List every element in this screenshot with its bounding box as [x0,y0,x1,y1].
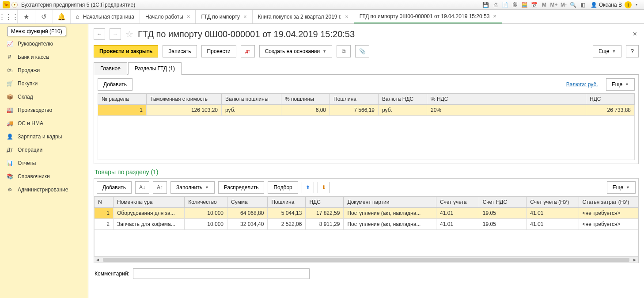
col-duty-pct[interactable]: % пошлины [281,94,330,105]
sections-more-button[interactable]: Еще▼ [606,78,635,91]
col-vat[interactable]: НДС [306,197,344,208]
goods-more-button[interactable]: Еще▼ [607,181,636,194]
horizontal-scrollbar[interactable]: ◄ ► [94,256,638,263]
calculator-icon[interactable]: 🧮 [521,1,529,9]
col-duty[interactable]: Пошлина [330,94,379,105]
close-icon[interactable]: × [187,13,190,20]
sidebar-item-references[interactable]: 📚Справочники [0,170,88,183]
cell-vat-acct[interactable]: 19.05 [479,219,527,230]
cell-qty[interactable]: 10,000 [185,219,227,230]
print-preview-icon[interactable]: 📄 [501,1,509,9]
col-nomen[interactable]: Номенклатура [114,197,185,208]
cell-batch[interactable]: Поступление (акт, накладна... [344,208,436,219]
col-cost[interactable]: Статья затрат (НУ) [579,197,638,208]
col-vat-acct[interactable]: Счет НДС [479,197,527,208]
compare-icon[interactable]: 🗐 [511,1,519,9]
cell-duty-pct[interactable]: 6,00 [281,105,330,116]
favorites-star-icon[interactable]: ★ [18,10,35,23]
sidebar-item-admin[interactable]: ⚙Администрирование [0,183,88,196]
sidebar-item-sales[interactable]: 🛍Продажи [0,64,88,77]
col-duty-cur[interactable]: Валюта пошлины [222,94,281,105]
nav-forward-button[interactable]: → [110,28,121,40]
cell-acct[interactable]: 41.01 [436,208,479,219]
sort-asc-button[interactable]: A↓ [135,181,149,194]
cell-qty[interactable]: 10,000 [185,208,227,219]
move-up-button[interactable]: ⬆ [302,182,314,193]
cell-sum[interactable]: 64 068,80 [227,208,268,219]
col-qty[interactable]: Количество [185,197,227,208]
zoom-icon[interactable]: 🔍 [569,1,577,9]
memory-mminus-icon[interactable]: M- [560,1,568,9]
more-button[interactable]: Еще▼ [593,45,621,57]
cell-n[interactable]: 2 [95,219,114,230]
col-batch[interactable]: Документ партии [344,197,436,208]
distribute-button[interactable]: Распределить [218,181,265,194]
sidebar-item-purchases[interactable]: 🛒Покупки [0,77,88,90]
tab-gtd-list[interactable]: ГТД по импорту× [196,10,252,23]
table-row[interactable]: 2 Запчасть для кофема... 10,000 32 034,4… [95,219,638,230]
close-icon[interactable]: × [243,13,247,20]
dtkt-button[interactable]: Дт [241,45,255,57]
structure-button[interactable]: ⧉ [337,45,351,57]
nav-back-button[interactable]: ← [94,28,105,40]
pick-button[interactable]: Подбор [268,181,298,194]
col-acct[interactable]: Счет учета [436,197,479,208]
cell-sum[interactable]: 32 034,40 [227,219,268,230]
print-icon[interactable]: 🖨 [492,1,500,9]
cell-nomen[interactable]: Оборудования для за... [114,208,185,219]
col-vat[interactable]: НДС [586,94,635,105]
sidebar-item-production[interactable]: 🏭Производство [0,103,88,117]
col-vat-pct[interactable]: % НДС [427,94,586,105]
cell-cost[interactable]: <не требуется> [579,208,638,219]
cell-acct-nu[interactable]: 41.01 [527,208,579,219]
attach-button[interactable]: 📎 [355,45,369,57]
window-icon[interactable]: ◧ [579,1,587,9]
save-button[interactable]: Записать [163,45,197,57]
cell-num[interactable]: 1 [98,105,147,116]
move-down-button[interactable]: ⬇ [318,182,330,193]
info-icon[interactable]: i [625,1,632,8]
scroll-right-icon[interactable]: ► [631,257,638,263]
tab-getting-started[interactable]: Начало работы× [140,10,196,23]
favorite-star-icon[interactable]: ☆ [125,29,133,39]
cell-vat-acct[interactable]: 19.05 [479,208,527,219]
col-acct-nu[interactable]: Счет учета (НУ) [527,197,579,208]
post-and-close-button[interactable]: Провести и закрыть [94,45,158,57]
table-row[interactable]: 1 Оборудования для за... 10,000 64 068,8… [95,208,638,219]
cell-cost[interactable]: <не требуется> [579,219,638,230]
col-sum[interactable]: Сумма [227,197,268,208]
col-customs-val[interactable]: Таможенная стоимость [147,94,222,105]
cell-vat-cur[interactable]: руб. [379,105,427,116]
currency-link[interactable]: Валюта: руб. [566,81,598,88]
help-button[interactable]: ? [626,45,639,57]
cell-acct[interactable]: 41.01 [436,219,479,230]
cell-duty[interactable]: 2 522,06 [268,219,306,230]
user-indicator[interactable]: 👤Оксана В [591,2,622,8]
sidebar-item-reports[interactable]: 📊Отчеты [0,157,88,170]
comment-input[interactable] [133,268,310,279]
cell-n[interactable]: 1 [95,208,114,219]
close-icon[interactable]: × [493,13,496,19]
save-disk-icon[interactable]: 💾 [482,1,490,9]
calendar-icon[interactable]: 📅 [530,1,538,9]
tab-home[interactable]: ⌂Начальная страница [71,10,140,23]
cell-nomen[interactable]: Запчасть для кофема... [114,219,185,230]
col-num[interactable]: № раздела [98,94,147,105]
table-row[interactable]: 1 126 103,20 руб. 6,00 7 566,19 руб. 20%… [98,105,635,116]
col-n[interactable]: N [95,197,114,208]
cell-duty-cur[interactable]: руб. [222,105,281,116]
create-based-on-button[interactable]: Создать на основании▼ [259,45,332,57]
fill-button[interactable]: Заполнить▼ [170,181,215,194]
sidebar-item-operations[interactable]: ДтОперации [0,143,88,157]
cell-vat[interactable]: 26 733,88 [586,105,635,116]
sidebar-item-manager[interactable]: 📈Руководителю [0,37,88,50]
memory-m-icon[interactable]: M [540,1,548,9]
close-icon[interactable]: × [345,13,349,20]
tab-purchase-book[interactable]: Книга покупок за 2 квартал 2019 г.× [253,10,354,23]
col-duty[interactable]: Пошлина [268,197,306,208]
formtab-sections[interactable]: Разделы ГТД (1) [128,62,182,75]
formtab-main[interactable]: Главное [94,62,127,75]
cell-vat[interactable]: 17 822,59 [306,208,344,219]
sidebar-item-hr[interactable]: 👤Зарплата и кадры [0,130,88,143]
sidebar-item-bank[interactable]: ₽Банк и касса [0,50,88,64]
